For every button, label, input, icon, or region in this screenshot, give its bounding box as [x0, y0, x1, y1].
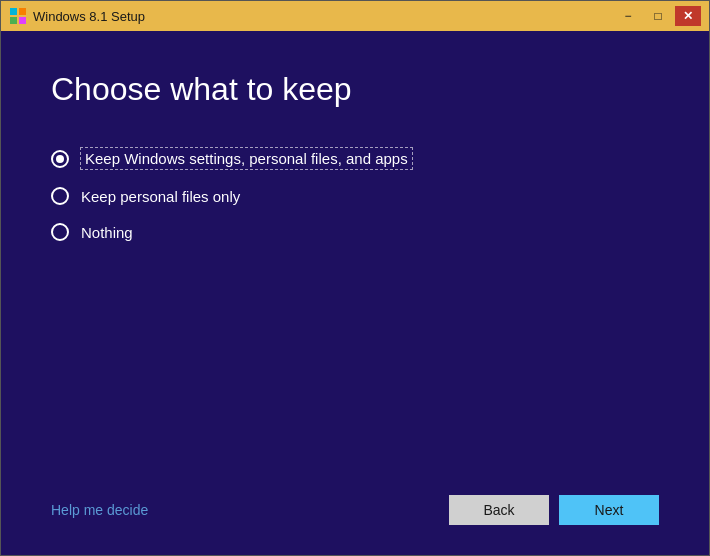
minimize-button[interactable]: −	[615, 6, 641, 26]
next-button[interactable]: Next	[559, 495, 659, 525]
svg-rect-0	[10, 8, 17, 15]
title-bar: Windows 8.1 Setup − □ ✕	[1, 1, 709, 31]
option-keep-all[interactable]: Keep Windows settings, personal files, a…	[51, 148, 659, 169]
main-content: Choose what to keep Keep Windows setting…	[1, 31, 709, 555]
options-list: Keep Windows settings, personal files, a…	[51, 148, 659, 241]
window: Windows 8.1 Setup − □ ✕ Choose what to k…	[0, 0, 710, 556]
app-icon	[9, 7, 27, 25]
option-nothing-label: Nothing	[81, 224, 133, 241]
back-button[interactable]: Back	[449, 495, 549, 525]
page-title: Choose what to keep	[51, 71, 659, 108]
radio-nothing[interactable]	[51, 223, 69, 241]
help-link[interactable]: Help me decide	[51, 502, 148, 518]
option-keep-all-label: Keep Windows settings, personal files, a…	[81, 148, 412, 169]
svg-rect-3	[19, 17, 26, 24]
window-title: Windows 8.1 Setup	[33, 9, 145, 24]
radio-keep-all[interactable]	[51, 150, 69, 168]
close-button[interactable]: ✕	[675, 6, 701, 26]
radio-keep-files[interactable]	[51, 187, 69, 205]
radio-keep-all-dot	[56, 155, 64, 163]
title-bar-left: Windows 8.1 Setup	[9, 7, 145, 25]
svg-rect-2	[10, 17, 17, 24]
button-group: Back Next	[449, 495, 659, 525]
title-bar-controls: − □ ✕	[615, 6, 701, 26]
option-nothing[interactable]: Nothing	[51, 223, 659, 241]
option-keep-files[interactable]: Keep personal files only	[51, 187, 659, 205]
svg-rect-1	[19, 8, 26, 15]
option-keep-files-label: Keep personal files only	[81, 188, 240, 205]
bottom-area: Help me decide Back Next	[51, 495, 659, 525]
maximize-button[interactable]: □	[645, 6, 671, 26]
